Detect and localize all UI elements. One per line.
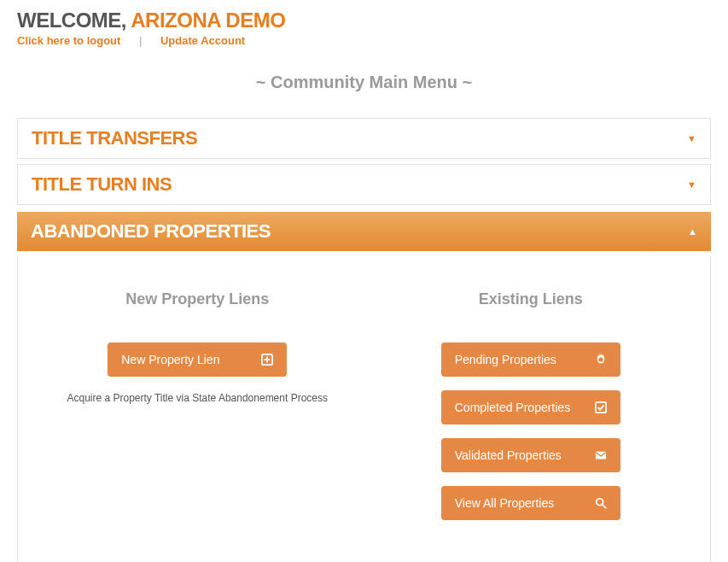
abandoned-properties-panel: New Property Liens New Property Lien Acq… (17, 256, 711, 562)
accordion-title-turn-ins[interactable]: TITLE TURN INS ▼ (17, 164, 711, 205)
subheader-links: Click here to logout | Update Account (17, 34, 711, 47)
completed-properties-button[interactable]: Completed Properties (441, 390, 620, 424)
welcome-heading: WELCOME, ARIZONA DEMO (17, 9, 711, 32)
menu-title: ~ Community Main Menu ~ (17, 73, 711, 92)
accordion-title-transfers[interactable]: TITLE TRANSFERS ▼ (17, 118, 711, 159)
svg-rect-1 (596, 402, 606, 413)
svg-rect-2 (596, 452, 606, 460)
validated-properties-button[interactable]: Validated Properties (441, 438, 620, 472)
accordion-header[interactable]: ABANDONED PROPERTIES ▲ (17, 212, 711, 251)
plus-square-icon (261, 354, 273, 366)
button-label: New Property Lien (121, 353, 219, 366)
column-title: Existing Liens (377, 290, 685, 308)
check-square-icon (595, 401, 607, 413)
gear-icon (595, 354, 607, 366)
accordion-label: TITLE TRANSFERS (32, 127, 197, 149)
accordion-label: TITLE TURN INS (32, 173, 172, 196)
pending-properties-button[interactable]: Pending Properties (441, 342, 620, 377)
accordion-header[interactable]: TITLE TURN INS ▼ (18, 165, 710, 204)
button-label: Validated Properties (455, 448, 562, 462)
button-label: View All Properties (455, 496, 554, 510)
welcome-prefix: WELCOME, (17, 9, 131, 32)
new-property-lien-button[interactable]: New Property Lien (108, 342, 287, 377)
chevron-down-icon: ▼ (687, 179, 696, 190)
logout-link[interactable]: Click here to logout (17, 34, 120, 47)
view-all-properties-button[interactable]: View All Properties (441, 486, 620, 520)
welcome-username: ARIZONA DEMO (131, 9, 285, 32)
update-account-link[interactable]: Update Account (160, 34, 245, 47)
chevron-up-icon: ▲ (688, 226, 697, 237)
accordion-label: ABANDONED PROPERTIES (31, 220, 271, 243)
chevron-down-icon: ▼ (687, 133, 696, 143)
accordion-abandoned-properties[interactable]: ABANDONED PROPERTIES ▲ (17, 212, 711, 251)
link-divider: | (139, 34, 142, 47)
search-icon (595, 497, 607, 509)
existing-liens-column: Existing Liens Pending Properties Comple… (377, 290, 685, 534)
envelope-icon (595, 449, 607, 461)
helper-text: Acquire a Property Title via State Aband… (44, 392, 352, 404)
new-liens-column: New Property Liens New Property Lien Acq… (44, 290, 352, 534)
button-label: Pending Properties (455, 353, 556, 366)
column-title: New Property Liens (44, 290, 352, 308)
button-label: Completed Properties (455, 401, 570, 414)
svg-point-3 (597, 499, 603, 506)
accordion-header[interactable]: TITLE TRANSFERS ▼ (18, 119, 710, 158)
page-header: WELCOME, ARIZONA DEMO Click here to logo… (17, 9, 711, 47)
